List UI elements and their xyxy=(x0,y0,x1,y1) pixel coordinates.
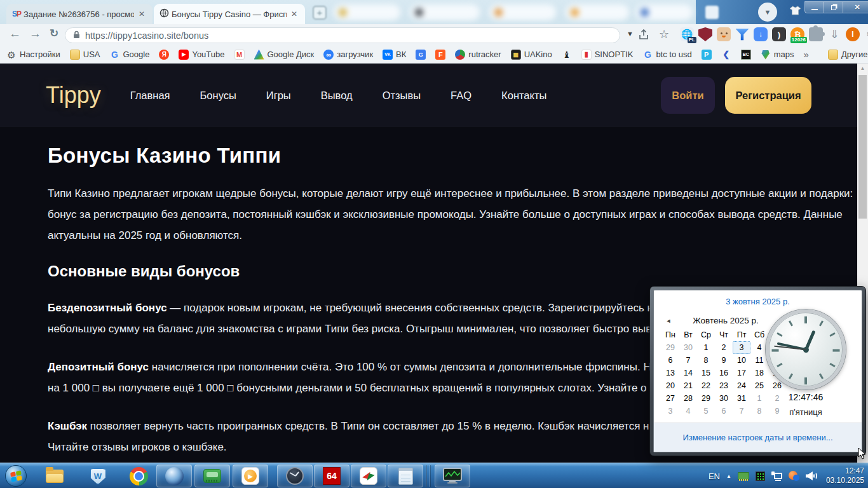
calendar-day[interactable]: 14 xyxy=(679,367,697,379)
bookmark-maps[interactable]: maps xyxy=(761,50,794,60)
adblock-shield-extension-icon[interactable]: 1 xyxy=(698,27,712,41)
save-download-extension-icon[interactable]: ⇓ xyxy=(827,27,841,41)
address-dropdown-icon[interactable]: ▼ xyxy=(627,30,634,37)
start-button[interactable] xyxy=(5,465,27,487)
calendar-day[interactable]: 8 xyxy=(697,354,715,367)
calendar-day[interactable]: 18 xyxy=(750,367,768,379)
calendar-day[interactable]: 29 xyxy=(697,392,715,405)
browser-tab-task[interactable]: SP Задание №2636756 - просмотр з ✕ xyxy=(6,4,153,24)
bookmark-yandex[interactable]: Я xyxy=(159,50,169,60)
tab-close-icon[interactable]: ✕ xyxy=(289,10,299,18)
bookmark-google-диск[interactable]: Google Диск xyxy=(254,50,315,60)
calendar-day[interactable]: 20 xyxy=(661,379,679,392)
forward-button[interactable]: → xyxy=(29,27,41,41)
nav-item-контакты[interactable]: Контакты xyxy=(501,90,546,102)
tab-search-button[interactable]: ▼ xyxy=(758,3,777,22)
change-datetime-link[interactable]: Изменение настроек даты и времени... xyxy=(682,433,832,442)
calendar-day[interactable]: 31 xyxy=(733,392,750,405)
bookmark-star-icon[interactable]: ☆ xyxy=(659,27,669,41)
network-tray-icon[interactable] xyxy=(771,471,782,481)
profile-avatar-icon[interactable]: I xyxy=(846,27,860,41)
taskbar-button-media-player[interactable]: ▶ xyxy=(233,464,268,487)
grid-tray-icon[interactable] xyxy=(756,471,765,481)
taskbar-button-notepad[interactable] xyxy=(388,464,423,487)
downloader-extension-icon[interactable]: ↓ xyxy=(754,27,768,41)
nav-item-отзывы[interactable]: Отзывы xyxy=(383,90,421,102)
back-button[interactable]: ← xyxy=(9,27,21,41)
calendar-day[interactable]: 7 xyxy=(733,405,750,417)
bookmark-youtube[interactable]: ▶YouTube xyxy=(179,50,224,60)
bookmark-f[interactable]: F xyxy=(435,50,445,60)
nav-item-faq[interactable]: FAQ xyxy=(451,90,471,102)
settings-gear-extension-icon[interactable]: ⚙ xyxy=(864,27,868,41)
calendar-day[interactable]: 1 xyxy=(697,341,715,354)
bookmark-chev[interactable]: ❮ xyxy=(721,50,731,60)
calendar-day[interactable]: 5 xyxy=(697,405,715,417)
tray-expand-icon[interactable]: ▲ xyxy=(726,473,731,479)
other-bookmarks[interactable]: Другие закладки xyxy=(828,50,868,60)
prev-month-icon[interactable]: ◄ xyxy=(661,318,675,324)
taskbar-icon-wise-care[interactable]: W xyxy=(88,466,108,486)
restore-button[interactable] xyxy=(824,2,843,13)
language-extension-icon[interactable]: 🌐PL xyxy=(680,27,694,41)
calendar-day[interactable]: 30 xyxy=(679,341,697,354)
calendar-day[interactable]: 6 xyxy=(715,405,733,417)
calendar-day[interactable]: 4 xyxy=(679,405,697,417)
taskbar-button-internet-globe[interactable] xyxy=(156,464,192,487)
reload-button[interactable]: ↻ xyxy=(50,27,58,40)
nav-item-вывод[interactable]: Вывод xyxy=(321,90,353,102)
calendar-day[interactable]: 9 xyxy=(715,354,733,367)
calendar-day[interactable]: 17 xyxy=(733,367,750,379)
new-tab-button[interactable]: + xyxy=(313,6,327,20)
taskbar-button-resource-monitor[interactable] xyxy=(435,464,470,487)
share-icon[interactable] xyxy=(638,29,649,43)
calendar-day[interactable]: 27 xyxy=(661,392,679,405)
calendar-day[interactable]: 7 xyxy=(679,354,697,367)
taskbar-icon-explorer[interactable] xyxy=(44,466,65,486)
bookmark-usa[interactable]: USA xyxy=(70,50,100,60)
calendar-day[interactable]: 13 xyxy=(661,367,679,379)
extensions-puzzle-icon[interactable] xyxy=(809,27,823,41)
bookmark-загрузчик[interactable]: ∞загрузчик xyxy=(323,50,373,60)
bookmark-google[interactable]: GGoogle xyxy=(109,50,149,60)
calendar-day[interactable]: 22 xyxy=(697,379,715,392)
language-indicator[interactable]: EN xyxy=(709,471,720,481)
taskbar-button-clock-app[interactable] xyxy=(277,464,313,487)
bookmark-настройки[interactable]: ⚙Настройки xyxy=(6,50,60,60)
bookmark-btc-to-usd[interactable]: Gbtc to usd xyxy=(642,50,691,60)
current-date-link[interactable]: 3 жовтня 2025 р. xyxy=(654,297,862,306)
volume-tray-icon[interactable] xyxy=(806,471,817,481)
scrollbar-thumb[interactable] xyxy=(858,75,867,219)
calendar-day[interactable]: 29 xyxy=(661,341,679,354)
close-button[interactable]: ✕ xyxy=(843,2,868,13)
calendar-day[interactable]: 2 xyxy=(715,341,733,354)
bookmark-translate[interactable]: G xyxy=(416,50,426,60)
calendar-day[interactable]: 28 xyxy=(679,392,697,405)
browser-tab-casino[interactable]: Бонусы Tippy Casino — Фриспины ✕ xyxy=(154,4,305,24)
calendar-day[interactable]: 30 xyxy=(715,392,733,405)
scrollbar-up-arrow[interactable]: ▲ xyxy=(857,64,868,73)
bookmark-rutracker[interactable]: rutracker xyxy=(455,50,501,60)
calendar-day[interactable]: 25 xyxy=(750,379,768,392)
calendar-day[interactable]: 23 xyxy=(715,379,733,392)
baby-face-extension-icon[interactable] xyxy=(717,27,731,41)
app-tray-icon[interactable] xyxy=(789,471,799,481)
filter-funnel-extension-icon[interactable] xyxy=(735,27,749,41)
tab-close-icon[interactable]: ✕ xyxy=(137,10,147,18)
calendar-day[interactable]: 24 xyxy=(733,379,750,392)
bookmark-uakino[interactable]: ▦UAKino xyxy=(511,50,552,60)
calendar-day[interactable]: 10 xyxy=(733,354,750,367)
bookmark-chess[interactable]: ♝ xyxy=(562,50,572,60)
ram-tray-icon[interactable] xyxy=(738,472,749,480)
taskbar-button-memory-optimizer[interactable] xyxy=(194,464,230,487)
calendar-day-selected[interactable]: 3 xyxy=(733,341,750,354)
nav-item-бонусы[interactable]: Бонусы xyxy=(200,90,236,102)
tray-clock[interactable]: 12:47 03.10.2025 xyxy=(826,466,864,485)
calendar-day[interactable]: 6 xyxy=(661,354,679,367)
bookmark-вк[interactable]: VKВК xyxy=(383,50,406,60)
register-button[interactable]: Регистрация xyxy=(725,77,811,114)
taskbar-button-speed-test[interactable] xyxy=(351,464,386,487)
dark-extension-icon[interactable]: ) xyxy=(772,27,786,41)
minimize-button[interactable] xyxy=(805,2,824,13)
nav-item-игры[interactable]: Игры xyxy=(266,90,291,102)
